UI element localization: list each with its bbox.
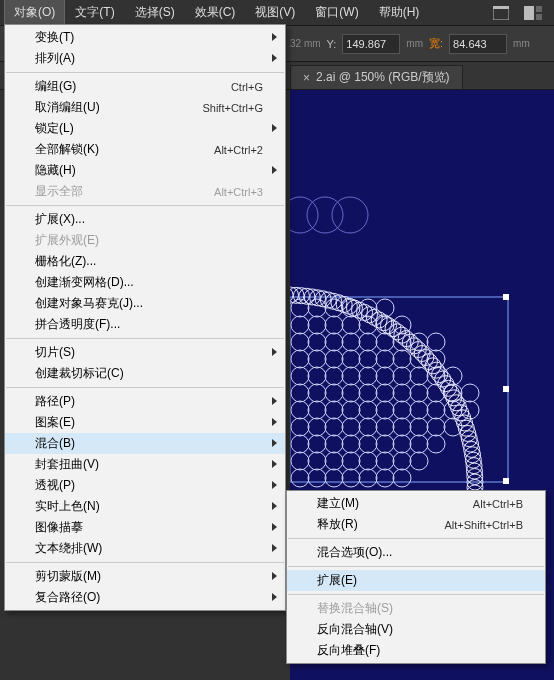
submenu-arrow-icon: [272, 544, 277, 552]
menu-view[interactable]: 视图(V): [245, 0, 305, 26]
menu-item[interactable]: 扩展(E): [287, 570, 545, 591]
svg-point-68: [359, 401, 377, 419]
object-menu-dropdown[interactable]: 变换(T)排列(A)编组(G)Ctrl+G取消编组(U)Shift+Ctrl+G…: [4, 24, 286, 611]
close-tab-icon[interactable]: ×: [303, 71, 310, 85]
menu-item-label: 创建裁切标记(C): [35, 365, 124, 382]
menu-object[interactable]: 对象(O): [4, 0, 65, 26]
menu-item[interactable]: 建立(M)Alt+Ctrl+B: [287, 493, 545, 514]
svg-point-18: [291, 316, 309, 334]
submenu-arrow-icon: [272, 439, 277, 447]
svg-point-94: [291, 452, 309, 470]
menu-item[interactable]: 图案(E): [5, 412, 285, 433]
menu-item[interactable]: 创建对象马赛克(J)...: [5, 293, 285, 314]
document-tab[interactable]: × 2.ai @ 150% (RGB/预览): [290, 65, 463, 89]
shortcut: Shift+Ctrl+G: [202, 102, 263, 114]
submenu-arrow-icon: [272, 348, 277, 356]
menu-item-label: 变换(T): [35, 29, 74, 46]
svg-point-76: [308, 418, 326, 436]
y-label: Y:: [327, 38, 337, 50]
menu-type[interactable]: 文字(T): [65, 0, 124, 26]
shortcut: Ctrl+G: [231, 81, 263, 93]
menu-item[interactable]: 排列(A): [5, 48, 285, 69]
svg-point-106: [359, 469, 377, 487]
svg-point-19: [308, 316, 326, 334]
menu-item[interactable]: 路径(P): [5, 391, 285, 412]
svg-point-83: [427, 418, 445, 436]
menu-item[interactable]: 混合(B): [5, 433, 285, 454]
menu-item[interactable]: 释放(R)Alt+Shift+Ctrl+B: [287, 514, 545, 535]
svg-point-99: [376, 452, 394, 470]
menu-item[interactable]: 反向混合轴(V): [287, 619, 545, 640]
w-input[interactable]: [449, 34, 507, 54]
svg-point-46: [342, 367, 360, 385]
submenu-arrow-icon: [272, 593, 277, 601]
svg-point-55: [325, 384, 343, 402]
svg-point-64: [291, 401, 309, 419]
svg-point-100: [393, 452, 411, 470]
menu-item[interactable]: 隐藏(H): [5, 160, 285, 181]
svg-point-108: [393, 469, 411, 487]
svg-point-39: [376, 350, 394, 368]
menu-item[interactable]: 反向堆叠(F): [287, 640, 545, 661]
menu-item[interactable]: 实时上色(N): [5, 496, 285, 517]
menu-item[interactable]: 全部解锁(K)Alt+Ctrl+2: [5, 139, 285, 160]
menu-item[interactable]: 锁定(L): [5, 118, 285, 139]
submenu-arrow-icon: [272, 33, 277, 41]
menu-item-label: 文本绕排(W): [35, 540, 102, 557]
menu-item[interactable]: 切片(S): [5, 342, 285, 363]
menu-item[interactable]: 文本绕排(W): [5, 538, 285, 559]
menu-item[interactable]: 复合路径(O): [5, 587, 285, 608]
submenu-arrow-icon: [272, 572, 277, 580]
menu-item[interactable]: 拼合透明度(F)...: [5, 314, 285, 335]
menu-item[interactable]: 混合选项(O)...: [287, 542, 545, 563]
menu-select[interactable]: 选择(S): [125, 0, 185, 26]
submenu-arrow-icon: [272, 502, 277, 510]
menu-item[interactable]: 图像描摹: [5, 517, 285, 538]
separator: [6, 562, 284, 563]
svg-point-72: [427, 401, 445, 419]
svg-point-60: [410, 384, 428, 402]
menu-help[interactable]: 帮助(H): [369, 0, 430, 26]
svg-point-97: [342, 452, 360, 470]
svg-point-75: [291, 418, 309, 436]
menu-item[interactable]: 栅格化(Z)...: [5, 251, 285, 272]
submenu-arrow-icon: [272, 481, 277, 489]
svg-point-95: [308, 452, 326, 470]
menu-item-label: 全部解锁(K): [35, 141, 99, 158]
svg-point-154: [460, 425, 476, 441]
svg-point-98: [359, 452, 377, 470]
svg-point-86: [308, 435, 326, 453]
svg-point-141: [428, 362, 444, 378]
tab-label: 2.ai @ 150% (RGB/预览): [316, 69, 450, 86]
menu-item[interactable]: 扩展(X)...: [5, 209, 285, 230]
workspace-icon[interactable]: [492, 5, 510, 21]
menu-item[interactable]: 透视(P): [5, 475, 285, 496]
svg-point-40: [393, 350, 411, 368]
menu-item[interactable]: 编组(G)Ctrl+G: [5, 76, 285, 97]
menu-item[interactable]: 变换(T): [5, 27, 285, 48]
svg-point-107: [376, 469, 394, 487]
menu-item-label: 栅格化(Z)...: [35, 253, 96, 270]
menu-item[interactable]: 创建渐变网格(D)...: [5, 272, 285, 293]
menu-item[interactable]: 封套扭曲(V): [5, 454, 285, 475]
svg-rect-3: [536, 6, 542, 12]
blend-submenu[interactable]: 建立(M)Alt+Ctrl+B释放(R)Alt+Shift+Ctrl+B混合选项…: [286, 490, 546, 664]
menu-item-label: 释放(R): [317, 516, 358, 533]
y-input[interactable]: [342, 34, 400, 54]
svg-point-65: [308, 401, 326, 419]
svg-point-89: [359, 435, 377, 453]
separator: [288, 538, 544, 539]
submenu-arrow-icon: [272, 418, 277, 426]
menu-item-label: 创建对象马赛克(J)...: [35, 295, 143, 312]
svg-point-34: [291, 350, 309, 368]
submenu-arrow-icon: [272, 523, 277, 531]
menu-effect[interactable]: 效果(C): [185, 0, 246, 26]
menu-item[interactable]: 创建裁切标记(C): [5, 363, 285, 384]
arrange-icon[interactable]: [524, 5, 542, 21]
svg-point-47: [359, 367, 377, 385]
svg-point-48: [376, 367, 394, 385]
menu-window[interactable]: 窗口(W): [305, 0, 368, 26]
menu-item[interactable]: 剪切蒙版(M): [5, 566, 285, 587]
menu-item[interactable]: 取消编组(U)Shift+Ctrl+G: [5, 97, 285, 118]
separator: [6, 72, 284, 73]
